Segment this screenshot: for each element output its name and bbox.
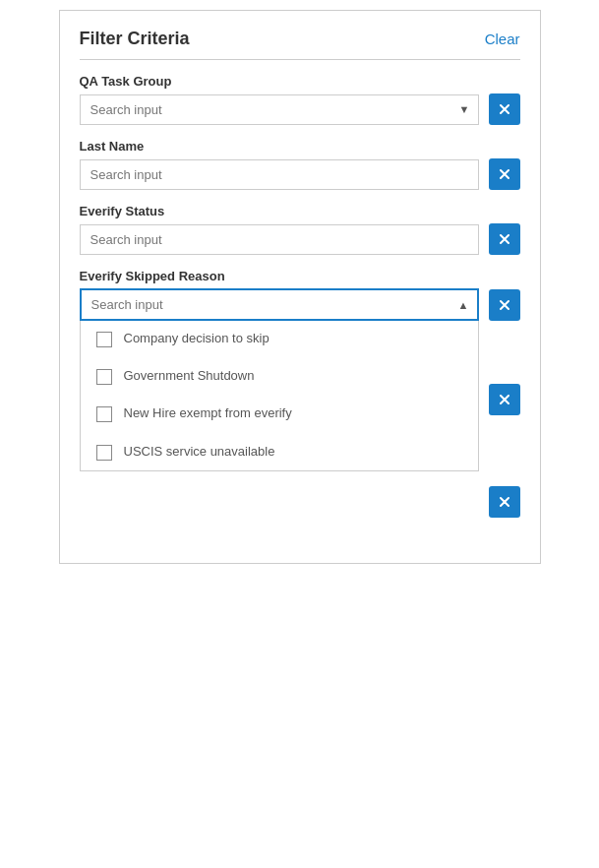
x-icon [497, 392, 512, 407]
everify-skipped-reason-row: ▲ [80, 288, 520, 321]
everify-status-input-wrapper[interactable] [80, 224, 479, 255]
field-group-last-name: Last Name [80, 139, 520, 190]
everify-skipped-reason-arrow-icon: ▲ [450, 299, 477, 311]
last-name-row [80, 158, 520, 190]
everify-skipped-reason-input-wrapper[interactable]: ▲ [80, 288, 479, 321]
checkbox-uscis-unavailable[interactable] [96, 445, 112, 461]
panel-title: Filter Criteria [80, 29, 190, 49]
filter-panel: Filter Criteria Clear QA Task Group ▼ La… [59, 10, 541, 564]
checkbox-company-decision[interactable] [96, 332, 112, 347]
everify-status-label: Everify Status [80, 204, 520, 218]
panel-header: Filter Criteria Clear [80, 29, 520, 60]
item-label-company-decision: Company decision to skip [124, 330, 270, 347]
last-name-clear-button[interactable] [489, 158, 520, 190]
list-item[interactable]: USCIS service unavailable [81, 433, 478, 470]
x-icon [497, 166, 512, 182]
clear-all-button[interactable]: Clear [485, 31, 520, 47]
qa-task-group-arrow-icon: ▼ [451, 103, 478, 115]
everify-skipped-reason-label: Everify Skipped Reason [80, 269, 520, 283]
item-label-new-hire-exempt: New Hire exempt from everify [124, 404, 292, 422]
spacer [489, 425, 520, 476]
spacer [489, 323, 520, 374]
qa-task-group-clear-button[interactable] [489, 93, 520, 125]
government-shutdown-clear-wrapper [489, 374, 520, 425]
x-icon [497, 297, 512, 313]
list-item[interactable]: Government Shutdown [81, 357, 478, 395]
x-icon [497, 231, 512, 247]
dropdown-open-container: Company decision to skip Government Shut… [80, 321, 520, 529]
list-item[interactable]: New Hire exempt from everify [81, 395, 478, 432]
everify-skipped-reason-input[interactable] [82, 290, 450, 319]
government-shutdown-row: Government Shutdown [81, 357, 478, 395]
last-name-input[interactable] [81, 160, 478, 189]
everify-skipped-reason-clear-button[interactable] [489, 289, 520, 321]
last-name-input-wrapper[interactable] [80, 159, 479, 190]
uscis-clear-wrapper [489, 476, 520, 527]
dropdown-side-buttons [489, 321, 520, 529]
list-item[interactable]: Company decision to skip [81, 320, 478, 357]
last-name-label: Last Name [80, 139, 520, 154]
x-icon [497, 494, 512, 510]
checkbox-government-shutdown[interactable] [96, 369, 112, 385]
field-group-qa-task-group: QA Task Group ▼ [80, 74, 520, 125]
checkbox-new-hire-exempt[interactable] [96, 406, 112, 422]
qa-task-group-input-wrapper[interactable]: ▼ [80, 94, 479, 125]
everify-status-clear-button[interactable] [489, 223, 520, 255]
government-shutdown-clear-button[interactable] [489, 384, 520, 415]
uscis-clear-button[interactable] [489, 486, 520, 518]
qa-task-group-row: ▼ [80, 93, 520, 125]
everify-status-input[interactable] [81, 225, 478, 254]
everify-status-row [80, 223, 520, 255]
item-label-uscis-unavailable: USCIS service unavailable [124, 443, 275, 461]
dropdown-list: Company decision to skip Government Shut… [80, 320, 479, 471]
dropdown-list-container: Company decision to skip Government Shut… [80, 321, 479, 529]
field-group-everify-skipped-reason: Everify Skipped Reason ▲ Company decisio… [80, 269, 520, 529]
item-label-government-shutdown: Government Shutdown [124, 367, 255, 385]
qa-task-group-label: QA Task Group [80, 74, 520, 89]
field-group-everify-status: Everify Status [80, 204, 520, 255]
x-icon [497, 101, 512, 117]
qa-task-group-input[interactable] [81, 95, 451, 124]
